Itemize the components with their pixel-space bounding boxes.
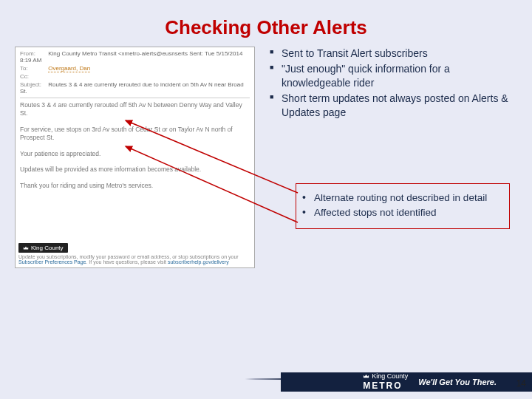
email-body: Routes 3 & 4 are currently rerouted off … [20,101,250,190]
slide-footer: King County METRO We'll Get You There. [0,372,532,392]
email-p3: Your patience is appreciated. [20,150,250,158]
email-screenshot: From: King County Metro Transit <xmetro-… [15,47,255,268]
footer-text-b: . If you have questions, please visit [86,259,168,265]
main-bullet-list: Sent to Transit Alert subscribers "Just … [270,47,514,120]
metro-word: METRO [363,381,408,391]
king-county-small: King County [363,373,408,380]
email-p5: Thank you for riding and using Metro's s… [20,182,250,190]
metro-logo-block: King County METRO We'll Get You There. [363,373,497,391]
email-cc-row: Cc: [20,73,250,80]
cc-label: Cc: [20,73,47,80]
from-value: King County Metro Transit <xmetro-alerts… [20,50,242,64]
footer-link: Subscriber Preferences Page [18,259,86,265]
footer-text-a: Update you subscriptions, modify your pa… [18,254,239,259]
footer-link2: subscriberhelp.govdelivery [168,259,229,265]
email-subject-row: Subject: Routes 3 & 4 are currently rero… [20,81,250,95]
email-footer: King County Update you subscriptions, mo… [18,243,251,265]
tagline: We'll Get You There. [418,378,497,386]
email-from-row: From: King County Metro Transit <xmetro-… [20,50,250,64]
sub-bullet-2: Affected stops not identified [301,206,502,219]
page-number: 14 [516,378,526,389]
subject-label: Subject: [20,81,47,88]
email-to-row: To: Overgaard, Dan [20,65,250,72]
main-bullet-1: Sent to Transit Alert subscribers [270,47,514,61]
email-p1: Routes 3 & 4 are currently rerouted off … [20,101,250,118]
email-divider [20,98,250,98]
slide-title: Checking Other Alerts [0,0,532,47]
crown-icon [363,373,369,380]
main-bullet-2: "Just enough" quick information for a kn… [270,62,514,90]
from-label: From: [20,50,47,57]
email-p4: Updates will be provided as more informa… [20,166,250,174]
slide-content: From: King County Metro Transit <xmetro-… [0,47,532,364]
main-bullet-3: Short term updates not always posted on … [270,92,514,120]
callout-box: Alternate routing not described in detai… [296,183,510,229]
king-county-badge: King County [18,243,68,253]
to-value: Overgaard, Dan [48,65,90,72]
sub-bullet-list: Alternate routing not described in detai… [301,191,502,219]
sub-bullet-1: Alternate routing not described in detai… [301,191,502,205]
to-label: To: [20,65,47,72]
crown-icon [23,245,29,251]
subject-value: Routes 3 & 4 are currently rerouted due … [20,81,244,95]
kc-metro-stack: King County METRO [363,373,408,391]
email-p2: For service, use stops on 3rd Av south o… [20,126,250,143]
